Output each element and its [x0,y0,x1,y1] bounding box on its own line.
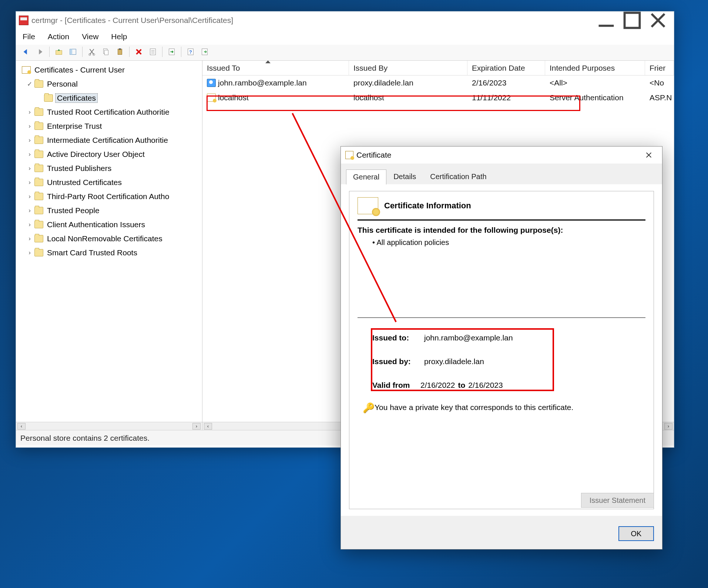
export-button[interactable] [165,46,178,57]
tree-item[interactable]: ›Trusted Publishers [19,161,202,175]
up-folder-button[interactable] [53,46,65,57]
tree-item-label: Trusted Root Certification Authoritie [46,108,171,117]
column-purposes[interactable]: Intended Purposes [545,61,645,75]
folder-icon [34,122,43,130]
dialog-titlebar[interactable]: Certificate [341,147,662,164]
cell-purposes: Server Authentication [550,93,624,102]
tree-item[interactable]: ›Local NonRemovable Certificates [19,232,202,246]
delete-button[interactable] [132,46,145,57]
expand-icon[interactable]: › [26,179,34,186]
maximize-button[interactable] [619,12,645,28]
forward-button[interactable] [34,46,46,57]
column-issued-to[interactable]: Issued To [202,61,349,75]
purpose-item: • All application policies [358,238,645,247]
column-label: Issued By [353,64,387,73]
certificate-row[interactable]: localhost localhost 11/11/2022 Server Au… [202,90,674,105]
minimize-button[interactable] [593,12,619,28]
menu-view[interactable]: View [82,32,98,41]
certificate-row[interactable]: john.rambo@example.lan proxy.diladele.la… [202,75,674,90]
show-hide-tree-button[interactable] [67,46,79,57]
tree-item[interactable]: ›Active Directory User Object [19,147,202,161]
folder-icon [34,151,43,158]
list-header: Issued To Issued By Expiration Date Inte… [202,61,674,75]
menu-help[interactable]: Help [111,32,127,41]
copy-button[interactable] [100,46,112,57]
expand-icon[interactable]: › [26,235,34,242]
folder-icon [34,137,43,144]
tree-root-label: Certificates - Current User [33,65,126,74]
sort-ascending-icon [265,61,271,63]
expand-icon[interactable]: › [26,207,34,214]
tree-root[interactable]: Certificates - Current User [19,63,202,77]
tree-item-label: Third-Party Root Certification Autho [46,192,171,201]
paste-button[interactable] [114,46,126,57]
window-titlebar[interactable]: certmgr - [Certificates - Current User\P… [16,11,674,29]
menu-file[interactable]: File [23,32,35,41]
tree-item[interactable]: ›Client Authentication Issuers [19,218,202,232]
certificate-large-icon [358,197,378,214]
tree-certificates[interactable]: Certificates [19,91,202,105]
help-button[interactable]: ? [184,46,197,57]
window-title: certmgr - [Certificates - Current User\P… [31,16,233,25]
expand-icon[interactable]: › [26,221,34,228]
expand-icon[interactable]: › [26,249,34,256]
expand-icon[interactable]: › [26,193,34,200]
properties-button[interactable] [147,46,159,57]
toolbar: ? [16,45,674,61]
tree-item-label: Enterprise Trust [46,122,103,131]
folder-icon [34,207,43,214]
issued-to-label: Issued to: [372,333,424,342]
scroll-right-icon[interactable]: › [664,423,672,430]
tree-item[interactable]: ›Enterprise Trust [19,119,202,133]
folder-icon [44,94,53,102]
tree-item[interactable]: ›Trusted Root Certification Authoritie [19,105,202,119]
tree-scrollbar[interactable]: ‹ › [16,422,202,430]
expand-icon[interactable]: › [26,151,34,158]
certificate-icon [345,151,353,159]
scroll-right-icon[interactable]: › [192,423,201,430]
tree-item-label: Trusted People [46,206,101,215]
tree-item[interactable]: ›Untrusted Certificates [19,175,202,189]
tree-item[interactable]: ›Trusted People [19,204,202,218]
expand-icon[interactable]: › [26,122,34,130]
svg-rect-12 [119,48,121,50]
certmgr-app-icon [19,16,28,25]
svg-rect-1 [625,13,640,28]
column-issued-by[interactable]: Issued By [349,61,467,75]
scroll-left-icon[interactable]: ‹ [204,423,212,430]
folder-icon [34,249,43,256]
menu-action[interactable]: Action [48,32,69,41]
tree-personal[interactable]: ✓ Personal [19,77,202,91]
expand-icon[interactable]: › [26,137,34,144]
tab-details[interactable]: Details [386,169,423,184]
column-expiration[interactable]: Expiration Date [467,61,545,75]
expand-icon[interactable]: › [26,108,34,116]
dialog-tabs: General Details Certification Path [341,164,662,184]
tab-general[interactable]: General [346,169,386,185]
cell-friendly: <No [650,78,664,87]
dialog-close-button[interactable] [640,148,658,162]
expand-icon[interactable]: › [26,165,34,172]
tree-item[interactable]: ›Third-Party Root Certification Autho [19,189,202,204]
issuer-statement-button[interactable]: Issuer Statement [581,493,654,508]
tree-certificates-label: Certificates [55,93,98,103]
column-label: Expiration Date [472,64,525,73]
tab-cert-path[interactable]: Certification Path [423,169,493,184]
column-friendly-name[interactable]: Frier [645,61,674,75]
refresh-button[interactable] [198,46,211,57]
valid-to-value: 2/16/2023 [468,381,503,390]
cell-issued-to: localhost [218,93,249,102]
tree-item[interactable]: ›Intermediate Certification Authoritie [19,133,202,147]
close-button[interactable] [645,12,671,28]
tree-item-label: Untrusted Certificates [46,178,123,187]
dialog-title: Certificate [356,151,392,159]
back-button[interactable] [20,46,32,57]
scroll-left-icon[interactable]: ‹ [17,423,26,430]
cut-button[interactable] [85,46,98,57]
tree-pane: Certificates - Current User ✓ Personal C… [16,61,202,430]
expand-icon[interactable]: ✓ [26,80,34,88]
tree-item[interactable]: ›Smart Card Trusted Roots [19,246,202,260]
valid-from-value: 2/16/2022 [420,381,455,390]
ok-button[interactable]: OK [618,526,654,541]
svg-rect-6 [70,49,72,55]
